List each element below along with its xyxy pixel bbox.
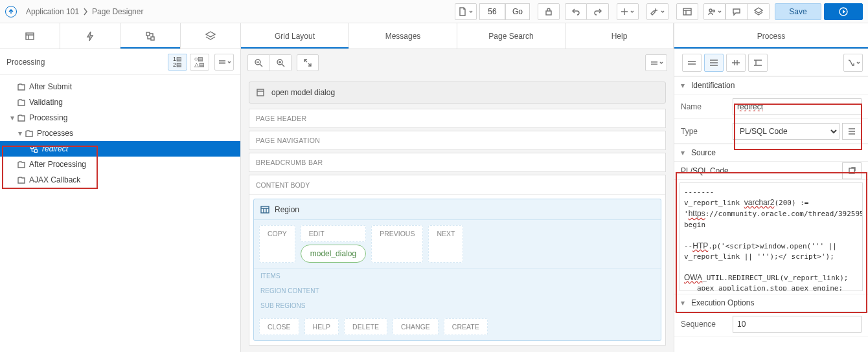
rendering-tab[interactable] xyxy=(0,23,60,49)
top-toolbar: Application 101 Page Designer Go Save xyxy=(0,0,868,23)
section-page-navigation[interactable]: PAGE NAVIGATION xyxy=(249,131,666,150)
sort-type-button[interactable]: ○▤△▤ xyxy=(190,54,209,71)
region-label: Region xyxy=(275,205,299,214)
sub-sub-regions[interactable]: SUB REGIONS xyxy=(254,298,661,313)
code-editor-button[interactable] xyxy=(842,162,862,179)
zoom-out-button[interactable] xyxy=(247,54,269,71)
left-panel-title: Processing xyxy=(6,58,165,67)
go-button[interactable]: Go xyxy=(505,3,530,20)
create-menu-button[interactable] xyxy=(617,3,639,20)
breadcrumb-app[interactable]: Application 101 xyxy=(22,7,83,16)
svg-rect-1 xyxy=(683,8,691,15)
open-modal-header[interactable]: open model dialog xyxy=(249,82,666,104)
svg-rect-7 xyxy=(151,37,154,40)
expand-collapse-button[interactable] xyxy=(214,54,234,71)
svg-rect-13 xyxy=(261,206,269,213)
lock-button[interactable] xyxy=(538,3,560,20)
svg-rect-0 xyxy=(546,11,551,15)
page-number-input[interactable] xyxy=(479,3,505,20)
up-icon[interactable] xyxy=(5,6,17,17)
slot-edit[interactable]: EDIT xyxy=(301,225,366,242)
shared-button[interactable] xyxy=(748,3,770,20)
svg-rect-5 xyxy=(26,33,34,39)
property-menu-button[interactable] xyxy=(843,54,863,72)
tree-processing[interactable]: ▾Processing xyxy=(0,110,240,126)
plsql-code-label: PL/SQL Code xyxy=(681,166,729,175)
sort-order-button[interactable]: 1▤2▤ xyxy=(168,54,187,71)
tab-page-search[interactable]: Page Search xyxy=(457,23,565,49)
prop-name-label: Name xyxy=(681,102,733,111)
svg-rect-9 xyxy=(34,149,37,152)
tree-redirect[interactable]: redirect xyxy=(0,141,240,157)
section-breadcrumb-bar[interactable]: BREADCRUMB BAR xyxy=(249,153,666,172)
redo-button[interactable] xyxy=(587,3,609,20)
expand-button[interactable] xyxy=(297,54,319,71)
run-button[interactable] xyxy=(824,3,863,20)
dynamic-actions-tab[interactable] xyxy=(60,23,120,49)
process-tree: After Submit Validating ▾Processing ▾Pro… xyxy=(0,75,240,192)
prop-sequence-row: Sequence xyxy=(674,312,868,336)
tree-after-processing[interactable]: After Processing xyxy=(0,157,240,172)
slot-delete[interactable]: DELETE xyxy=(344,318,387,335)
sub-items[interactable]: ITEMS xyxy=(254,269,661,283)
region[interactable]: Region COPY EDIT model_dialog PREVIOUS N… xyxy=(253,199,661,341)
shared-components-tab[interactable] xyxy=(181,23,240,49)
svg-rect-6 xyxy=(146,32,150,36)
layout-menu-button[interactable] xyxy=(645,54,667,71)
tab-process[interactable]: Process xyxy=(674,23,868,49)
section-identification[interactable]: ▾Identification xyxy=(674,76,868,94)
chevron-right-icon xyxy=(83,7,88,16)
button-model-dialog[interactable]: model_dialog xyxy=(301,245,366,263)
svg-rect-14 xyxy=(849,168,854,173)
section-execution-options[interactable]: ▾Execution Options xyxy=(674,294,868,312)
sub-region-content[interactable]: REGION CONTENT xyxy=(254,283,661,298)
center-panel: Grid Layout Messages Page Search Help op… xyxy=(241,23,674,352)
slot-create[interactable]: CREATE xyxy=(444,318,488,335)
content-body-label[interactable]: CONTENT BODY xyxy=(249,175,665,195)
comments-button[interactable] xyxy=(725,3,748,20)
tree-processes[interactable]: ▾Processes xyxy=(0,126,240,141)
save-button[interactable]: Save xyxy=(775,3,821,20)
svg-rect-8 xyxy=(31,146,34,148)
tab-help[interactable]: Help xyxy=(565,23,674,49)
tree-validating[interactable]: Validating xyxy=(0,94,240,110)
slot-close[interactable]: CLOSE xyxy=(259,318,299,335)
utilities-menu-button[interactable] xyxy=(646,3,668,20)
prop-sequence-input[interactable] xyxy=(733,316,862,333)
view-mode-2[interactable] xyxy=(704,54,724,72)
slot-previous[interactable]: PREVIOUS xyxy=(371,225,423,263)
view-mode-4[interactable] xyxy=(748,54,768,72)
prop-name-input[interactable] xyxy=(733,98,862,115)
view-mode-3[interactable] xyxy=(726,54,746,72)
section-content-body: CONTENT BODY Region COPY EDIT model_dial… xyxy=(249,175,666,346)
undo-button[interactable] xyxy=(565,3,587,20)
team-dev-button[interactable] xyxy=(703,3,725,20)
slot-copy[interactable]: COPY xyxy=(259,225,295,263)
svg-point-3 xyxy=(713,10,714,12)
tab-messages[interactable]: Messages xyxy=(349,23,457,49)
layout-button[interactable] xyxy=(676,3,698,20)
zoom-in-button[interactable] xyxy=(269,54,291,71)
svg-rect-12 xyxy=(257,89,264,96)
page-select-button[interactable] xyxy=(455,3,477,20)
processing-tab[interactable] xyxy=(120,23,181,49)
property-panel: Process ▾Identification Name Type PL/SQL… xyxy=(674,23,868,352)
plsql-code-editor[interactable]: ------- v_report_link varchar2(200) := '… xyxy=(680,182,863,291)
section-page-header[interactable]: PAGE HEADER xyxy=(249,109,666,128)
prop-type-label: Type xyxy=(681,127,733,136)
view-mode-1[interactable] xyxy=(682,54,702,72)
prop-name-row: Name xyxy=(674,94,868,119)
tab-grid-layout[interactable]: Grid Layout xyxy=(241,23,349,49)
type-options-button[interactable] xyxy=(842,123,862,140)
prop-type-select[interactable]: PL/SQL Code xyxy=(733,123,839,140)
slot-change[interactable]: CHANGE xyxy=(393,318,439,335)
prop-type-row: Type PL/SQL Code xyxy=(674,119,868,144)
slot-next[interactable]: NEXT xyxy=(428,225,463,263)
slot-help[interactable]: HELP xyxy=(304,318,339,335)
svg-point-2 xyxy=(709,9,712,12)
tree-ajax-callback[interactable]: AJAX Callback xyxy=(0,172,240,188)
prop-sequence-label: Sequence xyxy=(681,320,733,329)
tree-after-submit[interactable]: After Submit xyxy=(0,79,240,94)
breadcrumb-page[interactable]: Page Designer xyxy=(88,7,147,16)
section-source[interactable]: ▾Source xyxy=(674,144,868,162)
